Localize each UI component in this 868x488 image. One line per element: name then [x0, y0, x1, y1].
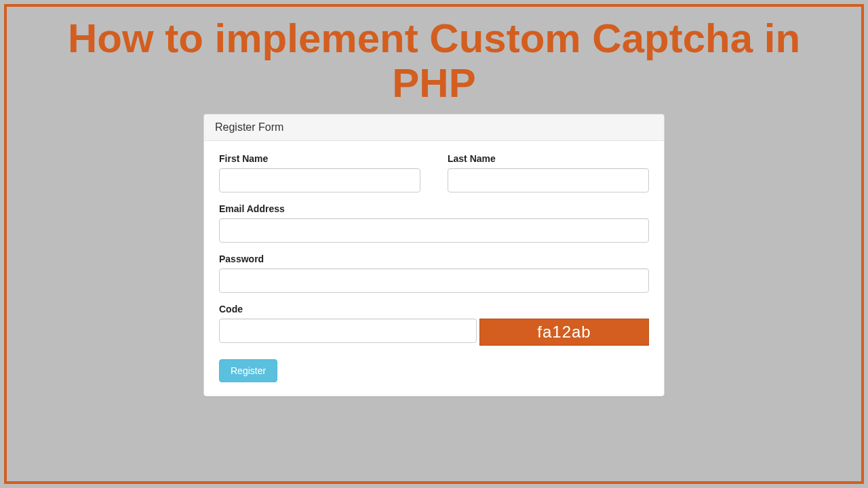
- page-frame: How to implement Custom Captcha in PHP R…: [4, 4, 864, 484]
- first-name-label: First Name: [219, 153, 420, 164]
- email-field: Email Address: [219, 203, 649, 243]
- panel-body: First Name Last Name Email Address Passw…: [204, 141, 664, 396]
- email-row: Email Address: [219, 203, 649, 243]
- captcha-image: fa12ab: [479, 319, 649, 346]
- password-field: Password: [219, 253, 649, 293]
- page-title: How to implement Custom Captcha in PHP: [7, 7, 861, 114]
- last-name-field: Last Name: [448, 153, 649, 192]
- password-input[interactable]: [219, 268, 649, 293]
- code-row: fa12ab: [219, 319, 649, 346]
- password-label: Password: [219, 253, 649, 264]
- name-row: First Name Last Name: [219, 153, 649, 192]
- first-name-input[interactable]: [219, 168, 420, 192]
- email-label: Email Address: [219, 203, 649, 214]
- last-name-input[interactable]: [448, 168, 649, 192]
- register-button[interactable]: Register: [219, 359, 277, 382]
- first-name-field: First Name: [219, 153, 420, 192]
- code-field: Code fa12ab: [219, 304, 649, 346]
- password-row: Password: [219, 253, 649, 293]
- code-label: Code: [219, 304, 649, 314]
- email-input[interactable]: [219, 218, 649, 243]
- code-input[interactable]: [219, 319, 477, 343]
- register-panel: Register Form First Name Last Name Email…: [203, 114, 665, 396]
- last-name-label: Last Name: [448, 153, 649, 164]
- panel-header: Register Form: [204, 115, 664, 141]
